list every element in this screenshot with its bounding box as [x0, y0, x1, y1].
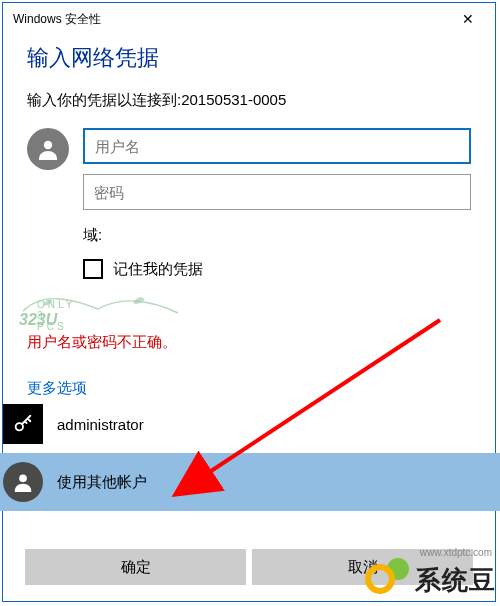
watermark-big-text: 323U	[19, 311, 57, 329]
user-avatar	[27, 128, 69, 170]
dialog-subtitle: 输入你的凭据以连接到:20150531-0005	[27, 91, 471, 110]
titlebar: Windows 安全性 ✕	[3, 3, 495, 35]
key-icon-box	[3, 404, 43, 444]
brand-domain: www.xtdptc.com	[420, 547, 492, 558]
dialog-content: 输入网络凭据 输入你的凭据以连接到:20150531-0005 域: 记住我的凭…	[3, 35, 495, 289]
error-message: 用户名或密码不正确。	[27, 333, 177, 352]
window-title: Windows 安全性	[13, 11, 101, 28]
subtitle-prefix: 输入你的凭据以连接到:	[27, 91, 181, 108]
username-input[interactable]	[83, 128, 471, 164]
account-item-other[interactable]: 使用其他帐户	[0, 453, 500, 511]
account-label: administrator	[57, 416, 144, 433]
remember-credentials-row[interactable]: 记住我的凭据	[83, 259, 471, 279]
watermark-small-text: ONLY 3 PCS	[37, 299, 75, 332]
close-button[interactable]: ✕	[447, 5, 489, 33]
svg-point-2	[19, 474, 27, 482]
site-branding: 系统豆	[365, 558, 496, 602]
account-list: administrator 使用其他帐户	[0, 395, 500, 511]
svg-point-0	[44, 141, 52, 149]
brand-name: 系统豆	[415, 563, 496, 598]
remember-checkbox[interactable]	[83, 259, 103, 279]
leaf-decor-icon	[13, 291, 213, 327]
credential-dialog: Windows 安全性 ✕ 输入网络凭据 输入你的凭据以连接到:20150531…	[2, 2, 496, 602]
domain-label: 域:	[83, 226, 471, 245]
dialog-heading: 输入网络凭据	[27, 43, 471, 73]
credential-fields: 域: 记住我的凭据	[83, 128, 471, 289]
other-user-avatar	[3, 462, 43, 502]
ok-button[interactable]: 确定	[25, 549, 246, 585]
close-icon: ✕	[462, 11, 474, 27]
person-icon	[36, 137, 60, 161]
target-host: 20150531-0005	[181, 91, 286, 108]
person-icon	[12, 471, 34, 493]
credential-row: 域: 记住我的凭据	[27, 128, 471, 289]
remember-label: 记住我的凭据	[113, 260, 203, 279]
key-icon	[12, 413, 34, 435]
account-label: 使用其他帐户	[57, 473, 147, 492]
account-item-saved[interactable]: administrator	[0, 395, 500, 453]
password-input[interactable]	[83, 174, 471, 210]
brand-logo-icon	[365, 558, 409, 602]
